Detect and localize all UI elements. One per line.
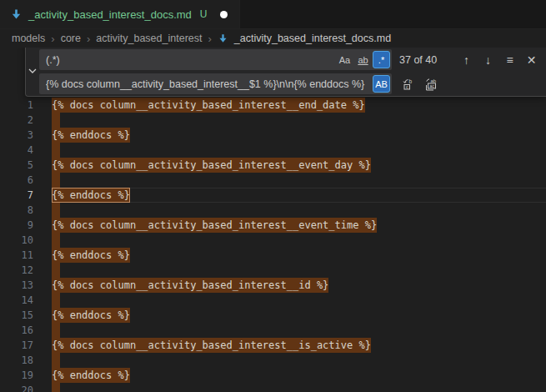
- preserve-case-toggle[interactable]: AB: [373, 75, 390, 93]
- line-number: 9: [0, 218, 33, 233]
- editor-line[interactable]: 4: [0, 143, 546, 158]
- find-match-highlight: {% docs column__activity_based_interest_…: [52, 218, 377, 233]
- find-match-highlight: [52, 353, 60, 368]
- editor-line[interactable]: 1{% docs column__activity_based_interest…: [0, 98, 546, 113]
- find-nav-buttons: ↑ ↓ ≡ ✕: [457, 50, 541, 69]
- line-number: 13: [0, 278, 33, 293]
- editor-pane[interactable]: 1{% docs column__activity_based_interest…: [0, 48, 546, 392]
- editor-lines: 1{% docs column__activity_based_interest…: [0, 48, 546, 392]
- find-match-highlight: [52, 293, 60, 308]
- vscode-window: _activity_based_interest_docs.md U model…: [0, 0, 546, 392]
- editor-line[interactable]: 3{% enddocs %}: [0, 128, 546, 143]
- line-content: {% enddocs %}: [52, 188, 546, 203]
- find-match-highlight: [52, 203, 60, 218]
- find-match-highlight: [52, 323, 60, 338]
- editor-line[interactable]: 8: [0, 203, 546, 218]
- editor-tab[interactable]: _activity_based_interest_docs.md U: [0, 0, 240, 28]
- line-content: [52, 293, 546, 308]
- editor-line[interactable]: 20: [0, 383, 546, 392]
- find-match-highlight: [52, 233, 60, 248]
- find-match-highlight: [52, 173, 60, 188]
- editor-line[interactable]: 2: [0, 113, 546, 128]
- line-number: 5: [0, 158, 33, 173]
- chevron-right-icon: ›: [208, 33, 211, 45]
- line-number: 14: [0, 293, 33, 308]
- find-match-highlight: {% enddocs %}: [52, 308, 130, 323]
- line-number: 4: [0, 143, 33, 158]
- line-content: {% docs column__activity_based_interest_…: [52, 158, 546, 173]
- replace-button[interactable]: b c: [398, 74, 418, 93]
- editor-line[interactable]: 12: [0, 263, 546, 278]
- breadcrumb-item-models[interactable]: models: [12, 33, 45, 44]
- editor-line[interactable]: 19{% enddocs %}: [0, 368, 546, 383]
- breadcrumb-item-file[interactable]: _activity_based_interest_docs.md: [234, 33, 391, 44]
- find-match-highlight: {% docs column__activity_based_interest_…: [52, 278, 328, 293]
- replace-input[interactable]: {% docs column__activity_based_interest_…: [39, 73, 392, 94]
- unsaved-dot-icon[interactable]: [220, 11, 228, 18]
- line-content: {% docs column__activity_based_interest_…: [52, 338, 546, 353]
- line-number: 12: [0, 263, 33, 278]
- editor-line[interactable]: 10: [0, 233, 546, 248]
- line-number: 1: [0, 98, 33, 113]
- replace-actions: b c ab: [398, 74, 440, 93]
- editor-line[interactable]: 11{% enddocs %}: [0, 248, 546, 263]
- editor-line[interactable]: 16: [0, 323, 546, 338]
- editor-line[interactable]: 9{% docs column__activity_based_interest…: [0, 218, 546, 233]
- find-match-highlight: {% enddocs %}: [52, 248, 130, 263]
- line-number: 7: [0, 188, 33, 203]
- match-case-toggle[interactable]: Aa: [336, 51, 353, 68]
- next-match-button[interactable]: ↓: [478, 50, 498, 69]
- previous-match-button[interactable]: ↑: [457, 50, 476, 69]
- find-match-highlight: {% docs column__activity_based_interest_…: [52, 98, 365, 113]
- chevron-right-icon: ›: [51, 33, 54, 45]
- replace-row: {% docs column__activity_based_interest_…: [39, 73, 541, 94]
- svg-text:ac: ac: [429, 83, 434, 88]
- git-status-badge: U: [200, 8, 208, 20]
- line-content: {% enddocs %}: [52, 368, 546, 383]
- line-content: {% docs column__activity_based_interest_…: [52, 278, 546, 293]
- line-content: [52, 383, 546, 392]
- line-content: {% enddocs %}: [52, 248, 546, 263]
- editor-line[interactable]: 6: [0, 173, 546, 188]
- chevron-right-icon: ›: [87, 33, 90, 45]
- breadcrumb-item-core[interactable]: core: [61, 33, 81, 44]
- find-in-selection-button[interactable]: ≡: [500, 50, 519, 69]
- line-number: 17: [0, 338, 33, 353]
- line-number: 20: [0, 383, 33, 392]
- regex-toggle[interactable]: .*: [373, 51, 390, 68]
- replace-value-text: {% docs column__activity_based_interest_…: [46, 78, 372, 90]
- line-content: [52, 173, 546, 188]
- line-number: 10: [0, 233, 33, 248]
- whole-word-toggle[interactable]: ab: [354, 51, 372, 68]
- editor-line[interactable]: 13{% docs column__activity_based_interes…: [0, 278, 546, 293]
- line-content: {% docs column__activity_based_interest_…: [52, 98, 546, 113]
- editor-line[interactable]: 14: [0, 293, 546, 308]
- line-content: [52, 143, 546, 158]
- replace-all-button[interactable]: ab ac: [421, 74, 440, 93]
- editor-line[interactable]: 17{% docs column__activity_based_interes…: [0, 338, 546, 353]
- line-content: {% enddocs %}: [52, 308, 546, 323]
- editor-line[interactable]: 18: [0, 353, 546, 368]
- editor-line[interactable]: 15{% enddocs %}: [0, 308, 546, 323]
- current-find-match: {% enddocs %}: [52, 188, 130, 203]
- match-count: 37 of 40: [399, 54, 437, 66]
- breadcrumb-item-activity-based-interest[interactable]: activity_based_interest: [96, 33, 202, 44]
- find-query-text: (.*): [46, 54, 335, 66]
- line-content: {% docs column__activity_based_interest_…: [52, 218, 546, 233]
- line-number: 2: [0, 113, 33, 128]
- close-find-button[interactable]: ✕: [522, 50, 541, 69]
- svg-text:b: b: [408, 78, 412, 83]
- find-row: (.*) Aa ab .* 37 of 40 ↑ ↓ ≡ ✕: [39, 49, 541, 70]
- toggle-replace-chevron-icon[interactable]: [26, 49, 39, 93]
- find-input[interactable]: (.*) Aa ab .*: [39, 49, 392, 70]
- find-match-highlight: [52, 143, 60, 158]
- line-content: [52, 263, 546, 278]
- editor-line[interactable]: 7{% enddocs %}: [0, 188, 546, 203]
- line-number: 18: [0, 353, 33, 368]
- editor-line[interactable]: 5{% docs column__activity_based_interest…: [0, 158, 546, 173]
- line-number: 11: [0, 248, 33, 263]
- find-match-highlight: {% enddocs %}: [52, 368, 130, 383]
- line-number: 16: [0, 323, 33, 338]
- find-match-highlight: {% docs column__activity_based_interest_…: [52, 338, 371, 353]
- svg-text:ab: ab: [430, 78, 436, 83]
